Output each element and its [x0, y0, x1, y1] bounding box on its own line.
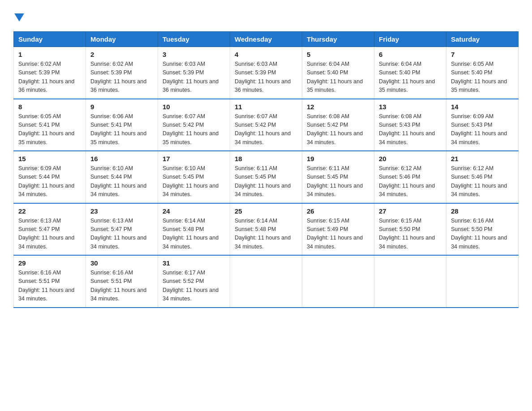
calendar-cell: 21 Sunrise: 6:12 AM Sunset: 5:46 PM Dayl…: [446, 151, 519, 203]
calendar-cell: 18 Sunrise: 6:11 AM Sunset: 5:45 PM Dayl…: [230, 151, 302, 203]
calendar-cell: 24 Sunrise: 6:14 AM Sunset: 5:48 PM Dayl…: [158, 203, 230, 256]
calendar-cell: 11 Sunrise: 6:07 AM Sunset: 5:42 PM Dayl…: [230, 99, 302, 151]
day-number: 31: [163, 259, 225, 267]
day-number: 6: [379, 51, 442, 58]
calendar-cell: 14 Sunrise: 6:09 AM Sunset: 5:43 PM Dayl…: [446, 99, 519, 151]
calendar-cell: [230, 255, 302, 308]
day-info: Sunrise: 6:10 AM Sunset: 5:45 PM Dayligh…: [163, 164, 225, 199]
day-info: Sunrise: 6:15 AM Sunset: 5:50 PM Dayligh…: [379, 217, 442, 252]
day-info: Sunrise: 6:12 AM Sunset: 5:46 PM Dayligh…: [379, 164, 442, 199]
day-number: 12: [307, 103, 369, 111]
calendar-week-row: 29 Sunrise: 6:16 AM Sunset: 5:51 PM Dayl…: [14, 255, 519, 308]
day-number: 8: [18, 103, 81, 111]
day-info: Sunrise: 6:05 AM Sunset: 5:40 PM Dayligh…: [451, 60, 514, 95]
calendar-cell: 8 Sunrise: 6:05 AM Sunset: 5:41 PM Dayli…: [14, 99, 86, 151]
day-info: Sunrise: 6:08 AM Sunset: 5:42 PM Dayligh…: [307, 112, 369, 147]
day-header-tuesday: Tuesday: [158, 32, 230, 47]
day-info: Sunrise: 6:13 AM Sunset: 5:47 PM Dayligh…: [90, 217, 153, 252]
day-number: 3: [163, 51, 225, 58]
svg-marker-0: [14, 13, 24, 21]
calendar-cell: 12 Sunrise: 6:08 AM Sunset: 5:42 PM Dayl…: [302, 99, 374, 151]
day-info: Sunrise: 6:06 AM Sunset: 5:41 PM Dayligh…: [90, 112, 153, 147]
day-number: 10: [163, 103, 225, 111]
day-number: 28: [451, 207, 514, 215]
calendar-cell: 28 Sunrise: 6:16 AM Sunset: 5:50 PM Dayl…: [446, 203, 519, 256]
day-number: 16: [90, 155, 153, 163]
day-number: 20: [379, 155, 442, 163]
calendar-cell: 26 Sunrise: 6:15 AM Sunset: 5:49 PM Dayl…: [302, 203, 374, 256]
day-info: Sunrise: 6:09 AM Sunset: 5:44 PM Dayligh…: [18, 164, 81, 199]
calendar-cell: 10 Sunrise: 6:07 AM Sunset: 5:42 PM Dayl…: [158, 99, 230, 151]
day-info: Sunrise: 6:14 AM Sunset: 5:48 PM Dayligh…: [235, 217, 297, 252]
day-header-wednesday: Wednesday: [230, 32, 302, 47]
day-info: Sunrise: 6:16 AM Sunset: 5:50 PM Dayligh…: [451, 217, 514, 252]
day-number: 30: [90, 259, 153, 267]
day-info: Sunrise: 6:16 AM Sunset: 5:51 PM Dayligh…: [18, 269, 81, 304]
calendar-cell: 3 Sunrise: 6:03 AM Sunset: 5:39 PM Dayli…: [158, 47, 230, 99]
day-number: 27: [379, 207, 442, 215]
calendar-cell: 29 Sunrise: 6:16 AM Sunset: 5:51 PM Dayl…: [14, 255, 86, 308]
day-header-friday: Friday: [374, 32, 446, 47]
calendar-cell: [374, 255, 446, 308]
day-info: Sunrise: 6:04 AM Sunset: 5:40 PM Dayligh…: [307, 60, 369, 95]
day-info: Sunrise: 6:17 AM Sunset: 5:52 PM Dayligh…: [163, 269, 225, 304]
day-number: 22: [18, 207, 81, 215]
day-number: 18: [235, 155, 297, 163]
day-info: Sunrise: 6:15 AM Sunset: 5:49 PM Dayligh…: [307, 217, 369, 252]
calendar-cell: 23 Sunrise: 6:13 AM Sunset: 5:47 PM Dayl…: [86, 203, 158, 256]
calendar-cell: 2 Sunrise: 6:02 AM Sunset: 5:39 PM Dayli…: [86, 47, 158, 99]
calendar-week-row: 22 Sunrise: 6:13 AM Sunset: 5:47 PM Dayl…: [14, 203, 519, 256]
day-number: 23: [90, 207, 153, 215]
calendar-cell: [446, 255, 519, 308]
day-info: Sunrise: 6:08 AM Sunset: 5:43 PM Dayligh…: [379, 112, 442, 147]
day-number: 19: [307, 155, 369, 163]
calendar-week-row: 15 Sunrise: 6:09 AM Sunset: 5:44 PM Dayl…: [14, 151, 519, 203]
day-number: 2: [90, 51, 153, 58]
day-header-sunday: Sunday: [14, 32, 86, 47]
day-info: Sunrise: 6:13 AM Sunset: 5:47 PM Dayligh…: [18, 217, 81, 252]
calendar-cell: 22 Sunrise: 6:13 AM Sunset: 5:47 PM Dayl…: [14, 203, 86, 256]
day-info: Sunrise: 6:11 AM Sunset: 5:45 PM Dayligh…: [235, 164, 297, 199]
day-info: Sunrise: 6:16 AM Sunset: 5:51 PM Dayligh…: [90, 269, 153, 304]
calendar-week-row: 1 Sunrise: 6:02 AM Sunset: 5:39 PM Dayli…: [14, 47, 519, 99]
day-info: Sunrise: 6:02 AM Sunset: 5:39 PM Dayligh…: [18, 60, 81, 95]
day-number: 29: [18, 259, 81, 267]
calendar-cell: 13 Sunrise: 6:08 AM Sunset: 5:43 PM Dayl…: [374, 99, 446, 151]
day-info: Sunrise: 6:05 AM Sunset: 5:41 PM Dayligh…: [18, 112, 81, 147]
day-header-thursday: Thursday: [302, 32, 374, 47]
day-number: 5: [307, 51, 369, 58]
day-info: Sunrise: 6:03 AM Sunset: 5:39 PM Dayligh…: [163, 60, 225, 95]
day-info: Sunrise: 6:04 AM Sunset: 5:40 PM Dayligh…: [379, 60, 442, 95]
calendar-cell: 9 Sunrise: 6:06 AM Sunset: 5:41 PM Dayli…: [86, 99, 158, 151]
calendar-table: SundayMondayTuesdayWednesdayThursdayFrid…: [13, 31, 519, 308]
day-number: 25: [235, 207, 297, 215]
calendar-cell: 7 Sunrise: 6:05 AM Sunset: 5:40 PM Dayli…: [446, 47, 519, 99]
calendar-cell: 19 Sunrise: 6:11 AM Sunset: 5:45 PM Dayl…: [302, 151, 374, 203]
calendar-cell: 30 Sunrise: 6:16 AM Sunset: 5:51 PM Dayl…: [86, 255, 158, 308]
day-info: Sunrise: 6:14 AM Sunset: 5:48 PM Dayligh…: [163, 217, 225, 252]
day-number: 24: [163, 207, 225, 215]
day-number: 21: [451, 155, 514, 163]
calendar-header-row: SundayMondayTuesdayWednesdayThursdayFrid…: [14, 32, 519, 47]
day-info: Sunrise: 6:12 AM Sunset: 5:46 PM Dayligh…: [451, 164, 514, 199]
day-header-saturday: Saturday: [446, 32, 519, 47]
day-number: 4: [235, 51, 297, 58]
calendar-cell: 15 Sunrise: 6:09 AM Sunset: 5:44 PM Dayl…: [14, 151, 86, 203]
page-header: [9, 9, 523, 22]
logo: [13, 13, 24, 22]
day-info: Sunrise: 6:03 AM Sunset: 5:39 PM Dayligh…: [235, 60, 297, 95]
logo-triangle-icon: [14, 13, 24, 21]
calendar-cell: 20 Sunrise: 6:12 AM Sunset: 5:46 PM Dayl…: [374, 151, 446, 203]
calendar-cell: 17 Sunrise: 6:10 AM Sunset: 5:45 PM Dayl…: [158, 151, 230, 203]
day-number: 17: [163, 155, 225, 163]
day-info: Sunrise: 6:10 AM Sunset: 5:44 PM Dayligh…: [90, 164, 153, 199]
calendar-cell: 1 Sunrise: 6:02 AM Sunset: 5:39 PM Dayli…: [14, 47, 86, 99]
calendar-cell: [302, 255, 374, 308]
day-number: 1: [18, 51, 81, 58]
calendar-week-row: 8 Sunrise: 6:05 AM Sunset: 5:41 PM Dayli…: [14, 99, 519, 151]
calendar-cell: 5 Sunrise: 6:04 AM Sunset: 5:40 PM Dayli…: [302, 47, 374, 99]
calendar-cell: 4 Sunrise: 6:03 AM Sunset: 5:39 PM Dayli…: [230, 47, 302, 99]
day-header-monday: Monday: [86, 32, 158, 47]
calendar-cell: 31 Sunrise: 6:17 AM Sunset: 5:52 PM Dayl…: [158, 255, 230, 308]
day-info: Sunrise: 6:07 AM Sunset: 5:42 PM Dayligh…: [235, 112, 297, 147]
